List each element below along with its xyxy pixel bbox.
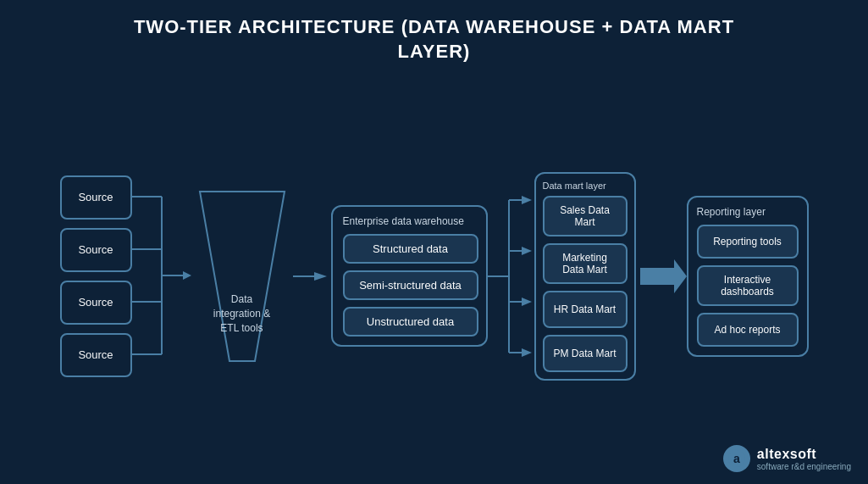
funnel-svg — [191, 175, 293, 378]
reporting-label: Reporting layer — [697, 206, 799, 218]
mart-item-3: PM Data Mart — [543, 335, 628, 372]
dw-item-1: Semi-structured data — [343, 270, 478, 300]
altexsoft-logo-svg: a — [727, 449, 746, 468]
reporting-layer: Reporting layer Reporting tools Interact… — [687, 196, 809, 357]
svg-marker-17 — [522, 298, 532, 306]
reporting-item-1: Interactive dashboards — [697, 265, 799, 306]
sources-to-etl-connector — [132, 175, 191, 378]
svg-marker-15 — [522, 247, 532, 255]
svg-marker-6 — [183, 271, 191, 280]
svg-marker-9 — [314, 272, 327, 281]
mart-item-0: Sales Data Mart — [543, 196, 628, 236]
logo-text: altexsoft software r&d engineering — [757, 447, 851, 471]
logo-icon: a — [723, 445, 750, 472]
dm-to-reporting-arrow — [636, 251, 687, 302]
svg-marker-19 — [522, 348, 532, 357]
data-mart-label: Data mart layer — [543, 181, 628, 191]
source-box-3: Source — [60, 281, 132, 325]
source-box-2: Source — [60, 228, 132, 272]
source-box-1: Source — [60, 175, 132, 220]
svg-marker-20 — [640, 259, 687, 293]
source-column: Source Source Source Source — [60, 175, 132, 377]
dw-item-0: Structured data — [343, 234, 478, 264]
logo-area: a altexsoft software r&d engineering — [723, 445, 851, 472]
mart-item-1: Marketing Data Mart — [543, 243, 628, 284]
etl-to-dw-arrow — [293, 264, 331, 289]
svg-text:a: a — [733, 452, 740, 465]
mart-item-2: HR Data Mart — [543, 291, 628, 328]
reporting-item-0: Reporting tools — [697, 225, 799, 259]
etl-label: Dataintegration &ETL tools — [213, 292, 270, 335]
data-mart-layer: Data mart layer Sales Data Mart Marketin… — [534, 172, 636, 381]
svg-marker-13 — [522, 196, 532, 204]
reporting-item-2: Ad hoc reports — [697, 313, 799, 347]
source-box-4: Source — [60, 333, 132, 377]
dw-to-dm-connector — [488, 175, 534, 378]
enterprise-dw-group: Enterprise data warehouse Structured dat… — [331, 205, 488, 347]
etl-funnel: Dataintegration &ETL tools — [191, 175, 293, 378]
main-title: TWO-TIER ARCHITECTURE (DATA WAREHOUSE + … — [0, 0, 868, 72]
dw-item-2: Unstructured data — [343, 307, 478, 337]
dw-group-label: Enterprise data warehouse — [343, 215, 476, 227]
